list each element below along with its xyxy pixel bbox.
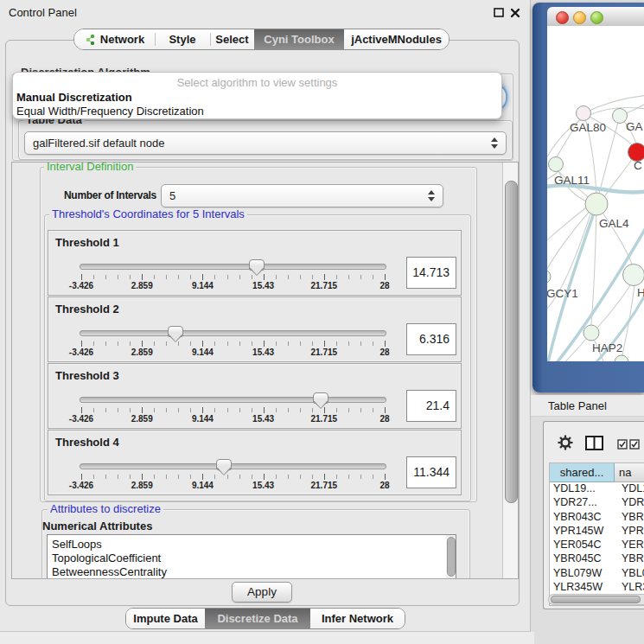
table-row[interactable]: YLR345WYLR3 (550, 581, 644, 595)
network-node-gal11[interactable] (549, 157, 564, 172)
desktop-strip (0, 632, 534, 644)
network-node-hap2[interactable] (583, 325, 599, 341)
threshold-value-field[interactable]: 21.4 (406, 390, 456, 422)
apply-button[interactable]: Apply (232, 582, 292, 603)
slider-thumb[interactable] (313, 392, 328, 410)
slider-tick (154, 408, 155, 412)
slider-tick (252, 341, 252, 346)
slider-tick (227, 408, 228, 412)
tab-network[interactable]: Network (74, 29, 155, 49)
slider-tick (373, 475, 373, 479)
column-header-name[interactable]: na (615, 463, 644, 482)
threshold-value-field[interactable]: 14.713 (406, 257, 456, 289)
slider-track[interactable] (80, 397, 386, 403)
threshold-panel-1: Threshold 1-3.4262.8599.14415.4321.71528… (48, 230, 462, 296)
cell-shared-name: YBR045C (550, 552, 617, 566)
slider-tick (300, 408, 301, 412)
slider-tick (385, 274, 386, 280)
slider-tick (336, 408, 337, 412)
threshold-panel-3: Threshold 3-3.4262.8599.14415.4321.71528… (48, 363, 462, 429)
float-window-icon[interactable] (494, 8, 505, 18)
network-node-gcy1[interactable] (547, 270, 551, 284)
slider-tick (288, 408, 289, 412)
slider-tick (276, 341, 277, 346)
numerical-attributes-list[interactable]: SelfLoopsTopologicalCoefficientBetweenne… (47, 534, 456, 579)
cell-shared-name: YBR043C (550, 511, 617, 525)
slider-track[interactable] (80, 330, 386, 336)
table-row[interactable]: YBR043CYBR0 (550, 511, 644, 525)
table-row[interactable]: YDL19...YDL1 (550, 482, 644, 496)
slider-tick (154, 275, 155, 279)
tab-style[interactable]: Style (155, 29, 210, 49)
attribute-item[interactable]: BetweennessCentrality (48, 565, 456, 579)
dropdown-option[interactable]: Equal Width/Frequency Discretization (16, 105, 204, 118)
table-row[interactable]: YBR045CYBR0 (550, 552, 644, 566)
threshold-value-field[interactable]: 11.344 (406, 456, 456, 488)
slider-tick (348, 275, 349, 279)
network-node-ga[interactable] (613, 109, 628, 124)
close-icon[interactable] (509, 7, 521, 19)
tab-cyni-toolbox[interactable]: Cyni Toolbox (254, 29, 344, 49)
table-row[interactable]: YPR145WYPR1 (550, 525, 644, 539)
network-graph: GAL80GACGAL11GAL4GCY1HHAP2 (547, 26, 644, 361)
slider-thumb[interactable] (216, 459, 232, 476)
cell-name: YER0 (617, 539, 644, 552)
threshold-value-field[interactable]: 6.316 (406, 323, 456, 355)
attributes-scrollbar[interactable] (446, 535, 456, 578)
cell-shared-name: YLR345W (550, 581, 617, 595)
table-data-combobox[interactable]: galFiltered.sif default node (24, 131, 507, 155)
slider-tick-label: 21.715 (311, 414, 338, 424)
slider-tick (348, 475, 349, 479)
slider-thumb[interactable] (249, 259, 265, 277)
network-node-h[interactable] (623, 265, 644, 286)
table-row[interactable]: YDR27...YDR2 (550, 496, 644, 510)
slider-tick (81, 274, 82, 280)
column-header-shared-name[interactable]: shared... (550, 463, 615, 482)
bottom-tab-impute-data[interactable]: Impute Data (126, 609, 205, 628)
number-of-intervals-combobox[interactable]: 5 (161, 184, 443, 207)
slider-tick (93, 475, 94, 479)
slider-tick (118, 341, 118, 346)
tab-label: Select (215, 33, 248, 46)
slider-tick (239, 408, 240, 412)
slider-tick (288, 341, 289, 346)
table-row[interactable]: YER054CYER0 (550, 539, 644, 552)
table-horizontal-scrollbar[interactable] (548, 594, 644, 605)
network-node[interactable] (615, 355, 628, 361)
select-columns-icon[interactable] (617, 439, 641, 450)
bottom-tab-discretize-data[interactable]: Discretize Data (205, 609, 310, 628)
node-table[interactable]: shared... na YDL19...YDL1YDR27...YDR2YBR… (549, 462, 644, 606)
zoom-traffic-light[interactable] (590, 11, 603, 24)
dropdown-option[interactable]: Manual Discretization (16, 91, 132, 104)
slider-thumb[interactable] (168, 326, 183, 343)
slider-tick (312, 275, 313, 279)
close-traffic-light[interactable] (556, 11, 569, 24)
threshold-label: Threshold 2 (55, 303, 119, 316)
network-node-gal4[interactable] (585, 193, 608, 215)
slider-tick-label: 15.43 (252, 414, 274, 424)
attribute-item[interactable]: SelfLoops (48, 538, 456, 552)
minimize-traffic-light[interactable] (573, 11, 586, 24)
cell-shared-name: YDR27... (550, 496, 617, 510)
network-canvas[interactable]: GAL80GACGAL11GAL4GCY1HHAP2 (547, 26, 644, 361)
tab-jactivemnodules[interactable]: jActiveMNodules (344, 29, 449, 49)
table-row[interactable]: YBL079WYBL0 (550, 567, 644, 581)
bottom-tab-infer-network[interactable]: Infer Network (310, 609, 405, 628)
slider-tick (252, 475, 252, 479)
slider-tick (373, 275, 373, 279)
settings-vertical-scrollbar[interactable] (502, 163, 519, 578)
attribute-item[interactable]: TopologicalCoefficient (48, 552, 456, 565)
slider-tick (336, 275, 337, 279)
tab-select[interactable]: Select (210, 29, 254, 49)
slider-tick-label: 15.43 (252, 281, 274, 290)
network-node-gal80[interactable] (577, 106, 591, 121)
split-panel-icon[interactable] (585, 436, 603, 450)
slider-track[interactable] (80, 264, 386, 270)
network-view-window: GAL80GACGAL11GAL4GCY1HHAP2 (532, 3, 644, 392)
gear-icon[interactable] (558, 435, 573, 450)
tab-label: Network (100, 33, 144, 46)
cell-shared-name: YER054C (550, 539, 617, 552)
slider-track[interactable] (80, 463, 386, 469)
network-icon (85, 34, 96, 45)
slider-tick (360, 475, 361, 479)
